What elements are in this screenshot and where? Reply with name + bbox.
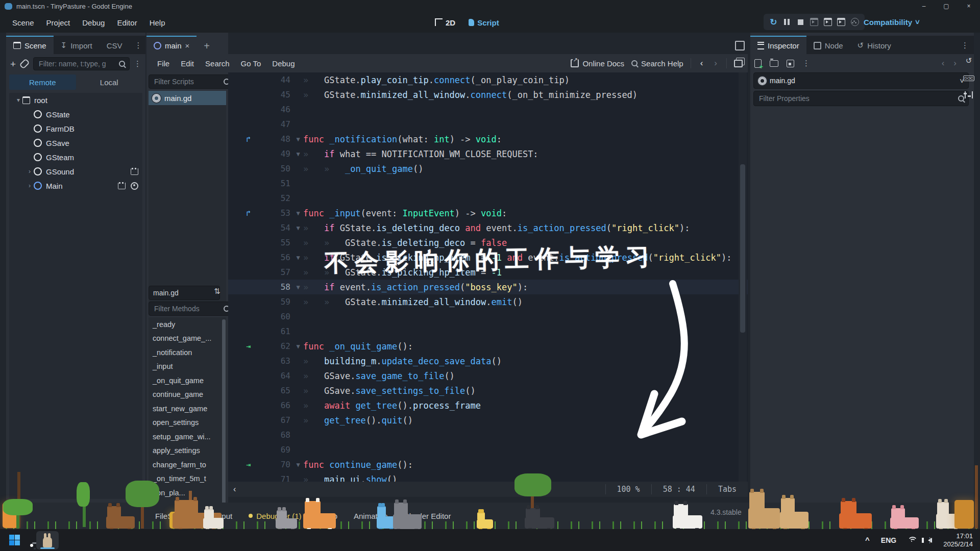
remote-play-icon[interactable] bbox=[809, 17, 819, 27]
local-tab[interactable]: Local bbox=[76, 74, 143, 90]
code-line-60[interactable]: 60 bbox=[228, 309, 748, 324]
history-back-button[interactable]: ‹ bbox=[698, 58, 705, 68]
code-line-51[interactable]: 51 bbox=[228, 176, 748, 191]
expand-arrow-icon[interactable]: ▾ bbox=[14, 96, 22, 104]
bottom-tab-output[interactable]: Output bbox=[203, 509, 238, 523]
bottom-tab-audio[interactable]: Audio bbox=[312, 509, 344, 523]
inspector-tab-inspector[interactable]: Inspector bbox=[750, 36, 806, 54]
code-line-65[interactable]: 65» GSave.save_settings_to_file() bbox=[228, 383, 748, 398]
dock-tabs-more-icon[interactable]: ⋮ bbox=[129, 41, 147, 54]
edit-prev-icon[interactable]: ‹ bbox=[940, 58, 947, 68]
indent-mode[interactable]: Tabs bbox=[707, 485, 748, 494]
menu-help[interactable]: Help bbox=[143, 16, 172, 29]
bottom-tab-animation[interactable]: Animation bbox=[348, 509, 394, 523]
distraction-free-icon[interactable] bbox=[735, 41, 745, 51]
method-item[interactable]: connect_game_... bbox=[149, 332, 226, 346]
code-line-48[interactable]: ↱48▼func _notification(what: int) -> voi… bbox=[228, 132, 748, 146]
tree-node-gstate[interactable]: GState bbox=[9, 107, 142, 121]
movie-maker-icon[interactable] bbox=[850, 17, 860, 27]
edited-resource-dropdown[interactable]: main.gd ˅ bbox=[753, 72, 969, 89]
code-line-52[interactable]: 52 bbox=[228, 191, 748, 206]
code-line-61[interactable]: 61 bbox=[228, 324, 748, 339]
dock-tab-csv[interactable]: CSV bbox=[100, 37, 130, 54]
method-item[interactable]: continue_game bbox=[149, 388, 226, 402]
method-item[interactable]: open_settings bbox=[149, 416, 226, 430]
code-line-64[interactable]: 64» GSave.save_game_to_file() bbox=[228, 368, 748, 383]
new-resource-icon[interactable] bbox=[754, 59, 762, 68]
instance-scene-icon[interactable] bbox=[19, 58, 30, 69]
editor-menu-file[interactable]: File bbox=[152, 58, 175, 69]
menu-scene[interactable]: Scene bbox=[6, 16, 40, 29]
method-item[interactable]: setup_game_wi... bbox=[149, 430, 226, 444]
bottom-tab-shader-editor[interactable]: Shader Editor bbox=[398, 509, 457, 523]
more-options-icon[interactable]: ⋮ bbox=[134, 59, 141, 68]
replay-icon[interactable]: ↻ bbox=[768, 17, 778, 27]
tray-expand-button[interactable]: ^ bbox=[865, 536, 870, 544]
expand-arrow-icon[interactable]: › bbox=[26, 182, 34, 189]
code-line-45[interactable]: 45» GState.minimized_all_window.connect(… bbox=[228, 87, 748, 102]
search-help-button[interactable]: Search Help bbox=[631, 59, 683, 68]
load-resource-icon[interactable] bbox=[770, 60, 778, 67]
method-item[interactable]: _on_pla... bbox=[149, 486, 226, 500]
editor-menu-go-to[interactable]: Go To bbox=[235, 58, 267, 69]
code-line-58[interactable]: 58▼» if event.is_action_pressed("boss_ke… bbox=[228, 280, 748, 294]
tree-node-root[interactable]: ▾root bbox=[9, 93, 142, 107]
filter-scripts-input[interactable] bbox=[153, 77, 220, 86]
workspace-script-button[interactable]: Script bbox=[469, 18, 499, 27]
start-button[interactable] bbox=[9, 535, 20, 545]
inspector-tab-history[interactable]: ↺History bbox=[850, 37, 898, 54]
workspace-2d-button[interactable]: 2D bbox=[435, 18, 455, 27]
inspector-tab-node[interactable]: Node bbox=[806, 37, 850, 54]
menu-project[interactable]: Project bbox=[40, 16, 77, 29]
filter-properties-input[interactable] bbox=[758, 94, 955, 103]
maximize-button[interactable]: ▢ bbox=[935, 0, 958, 12]
window-titlebar[interactable]: main.tscn - TinyPasture - Godot Engine –… bbox=[0, 0, 980, 12]
method-item[interactable]: _on_quit_game bbox=[149, 373, 226, 388]
tab-main-scene[interactable]: main × bbox=[146, 36, 197, 54]
code-line-66[interactable]: 66» await get_tree().process_frame bbox=[228, 398, 748, 413]
editor-menu-debug[interactable]: Debug bbox=[266, 58, 300, 69]
editor-menu-search[interactable]: Search bbox=[200, 58, 235, 69]
zoom-level[interactable]: 100 % bbox=[606, 485, 651, 494]
code-line-67[interactable]: 67» get_tree().quit() bbox=[228, 413, 748, 428]
taskbar-clock[interactable]: 17:01 2025/2/14 bbox=[943, 532, 973, 548]
code-line-62[interactable]: ⇥62▼func _on_quit_game(): bbox=[228, 339, 748, 354]
inspector-tabs-more-icon[interactable]: ⋮ bbox=[956, 41, 974, 54]
taskbar-tinypasture-app[interactable] bbox=[36, 531, 59, 549]
code-line-53[interactable]: ↱53▼func _input(event: InputEvent) -> vo… bbox=[228, 206, 748, 220]
minimize-button[interactable]: – bbox=[913, 0, 935, 12]
scene-filter-input[interactable] bbox=[38, 59, 116, 68]
history-forward-button[interactable]: › bbox=[712, 58, 719, 68]
pause-icon[interactable] bbox=[782, 17, 792, 27]
wifi-icon[interactable] bbox=[908, 537, 917, 543]
code-line-71[interactable]: 71» main_ui.show() bbox=[228, 472, 748, 482]
method-item[interactable]: _notification bbox=[149, 345, 226, 360]
remote-tab[interactable]: Remote bbox=[9, 74, 76, 90]
method-item[interactable]: start_new_game bbox=[149, 402, 226, 416]
code-line-59[interactable]: 59» » GState.minimized_all_window.emit() bbox=[228, 294, 748, 309]
sort-methods-icon[interactable]: ⇅ bbox=[214, 287, 220, 296]
code-line-63[interactable]: 63» building_m.update_deco_save_data() bbox=[228, 354, 748, 368]
volume-icon[interactable] bbox=[928, 538, 932, 543]
menu-debug[interactable]: Debug bbox=[76, 16, 111, 29]
method-item[interactable]: apply_settings bbox=[149, 444, 226, 458]
language-indicator[interactable]: ENG bbox=[881, 536, 896, 544]
code-line-44[interactable]: 44» GState.play_coin_tip.connect(_on_pla… bbox=[228, 72, 748, 87]
stop-icon[interactable] bbox=[795, 17, 805, 27]
property-tools-icon[interactable] bbox=[965, 91, 973, 98]
bottom-tab-debugger-1-[interactable]: Debugger (1) bbox=[242, 509, 307, 523]
tree-node-gsteam[interactable]: GSteam bbox=[9, 150, 142, 164]
scroll-left-icon[interactable]: ‹ bbox=[228, 485, 241, 494]
new-tab-button[interactable]: + bbox=[197, 40, 217, 54]
editor-menu-edit[interactable]: Edit bbox=[175, 58, 200, 69]
method-item[interactable]: change_farm_to bbox=[149, 458, 226, 472]
add-node-button[interactable]: + bbox=[10, 59, 16, 69]
code-line-69[interactable]: 69 bbox=[228, 442, 748, 457]
code-line-50[interactable]: 50» » _on_quit_game() bbox=[228, 161, 748, 176]
expand-arrow-icon[interactable]: › bbox=[26, 168, 34, 175]
tree-node-gsave[interactable]: GSave bbox=[9, 136, 142, 150]
method-item[interactable]: _ready bbox=[149, 317, 226, 332]
script-item-main.gd[interactable]: main.gd bbox=[149, 91, 226, 105]
edit-next-icon[interactable]: › bbox=[951, 58, 959, 68]
code-scrollbar[interactable] bbox=[739, 72, 747, 482]
